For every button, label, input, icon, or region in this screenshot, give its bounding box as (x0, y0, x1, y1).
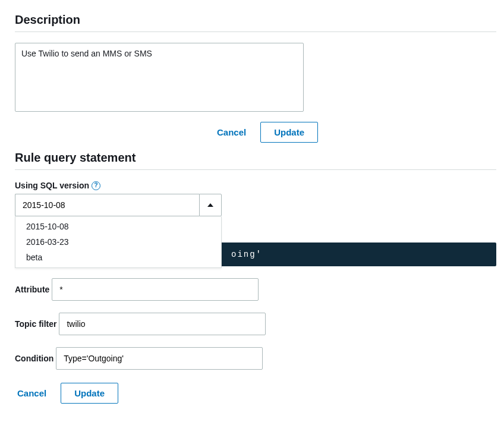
rule-query-heading: Rule query statement (15, 151, 496, 165)
dropdown-option[interactable]: 2015-10-08 (15, 219, 221, 234)
sql-version-input[interactable] (15, 194, 199, 216)
update-button[interactable]: Update (61, 383, 118, 404)
dropdown-toggle[interactable] (199, 194, 222, 216)
rule-actions: Cancel Update (15, 383, 496, 404)
topic-filter-input[interactable] (59, 313, 266, 335)
description-textarea[interactable]: Use Twilio to send an MMS or SMS (15, 43, 304, 112)
attribute-input[interactable] (52, 278, 259, 301)
topic-filter-label: Topic filter (15, 319, 57, 329)
cancel-button[interactable]: Cancel (215, 124, 248, 141)
chevron-up-icon (207, 203, 213, 207)
sql-version-label: Using SQL version ? (15, 181, 100, 190)
help-icon[interactable]: ? (92, 181, 100, 190)
divider (15, 169, 496, 170)
divider (15, 32, 496, 32)
update-button[interactable]: Update (260, 122, 318, 143)
cancel-button[interactable]: Cancel (15, 385, 49, 402)
attribute-label: Attribute (15, 285, 49, 294)
dropdown-option[interactable]: beta (15, 250, 221, 265)
dropdown-menu: 2015-10-08 2016-03-23 beta (15, 216, 222, 268)
sql-version-label-text: Using SQL version (15, 181, 89, 190)
condition-input[interactable] (56, 347, 263, 370)
description-actions: Cancel Update (15, 122, 318, 143)
sql-version-dropdown[interactable]: 2015-10-08 2016-03-23 beta (15, 194, 222, 216)
description-heading: Description (15, 13, 496, 27)
dropdown-option[interactable]: 2016-03-23 (15, 234, 221, 250)
condition-label: Condition (15, 354, 53, 363)
